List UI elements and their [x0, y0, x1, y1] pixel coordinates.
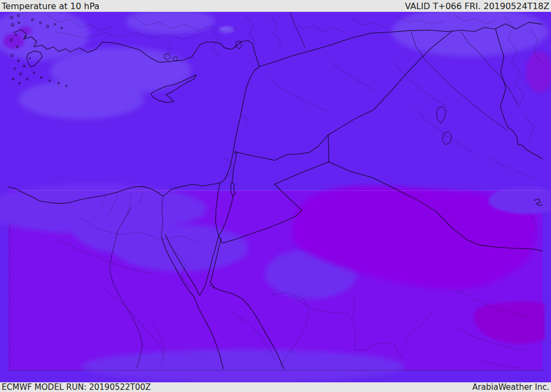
shade-patch	[113, 224, 249, 271]
map-bottom-edge	[9, 370, 542, 370]
lake-tuz-shade	[219, 26, 234, 33]
latitude-hairline	[9, 190, 542, 191]
model-run-label: ECMWF MODEL RUN: 20190522T00Z	[2, 382, 151, 392]
temperature-map-canvas	[0, 12, 551, 382]
header-bar: Temperature at 10 hPa VALID T+066 FRI. 2…	[0, 0, 551, 12]
shade-patch	[19, 26, 31, 35]
brand-label: ArabiaWeather Inc.	[472, 382, 549, 392]
footer-bar: ECMWF MODEL RUN: 20190522T00Z ArabiaWeat…	[0, 382, 551, 392]
shade-patch	[3, 33, 24, 49]
valid-time-label: VALID T+066 FRI. 20190524T18Z	[405, 1, 549, 11]
shade-patch	[19, 80, 144, 119]
shade-patch	[82, 350, 405, 382]
map-title: Temperature at 10 hPa	[2, 1, 100, 11]
weather-map	[0, 12, 551, 382]
